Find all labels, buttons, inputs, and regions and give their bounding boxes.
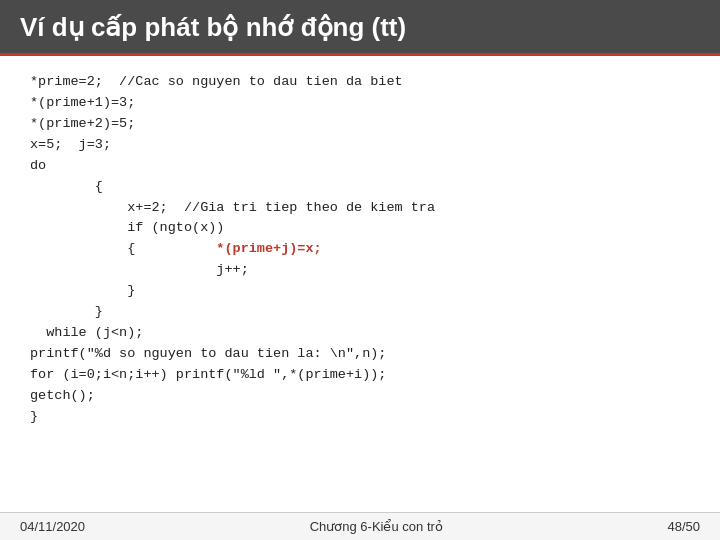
code-line-2: *(prime+1)=3; xyxy=(30,95,135,110)
code-line-14: printf("%d so nguyen to dau tien la: \n"… xyxy=(30,346,386,361)
code-line-4: x=5; j=3; xyxy=(30,137,111,152)
code-line-16: getch(); xyxy=(30,388,95,403)
code-line-7: x+=2; //Gia tri tiep theo de kiem tra xyxy=(30,200,435,215)
code-line-5: do xyxy=(30,158,46,173)
code-line-12: } xyxy=(30,304,103,319)
footer-date: 04/11/2020 xyxy=(20,519,85,534)
code-line-8: if (ngto(x)) xyxy=(30,220,224,235)
code-line-3: *(prime+2)=5; xyxy=(30,116,135,131)
footer-page: 48/50 xyxy=(667,519,700,534)
slide-title: Ví dụ cấp phát bộ nhớ động (tt) xyxy=(20,12,700,43)
code-line-10: j++; xyxy=(30,262,249,277)
code-line-6: { xyxy=(30,179,103,194)
code-line-15: for (i=0;i<n;i++) printf("%ld ",*(prime+… xyxy=(30,367,386,382)
code-block: *prime=2; //Cac so nguyen to dau tien da… xyxy=(30,72,690,428)
code-line-17: } xyxy=(30,409,38,424)
content-area: *prime=2; //Cac so nguyen to dau tien da… xyxy=(0,56,720,512)
footer-chapter: Chương 6-Kiểu con trỏ xyxy=(310,519,443,534)
footer: 04/11/2020 Chương 6-Kiểu con trỏ 48/50 xyxy=(0,512,720,540)
code-line-9: { *(prime+j)=x; xyxy=(30,241,322,256)
title-bar: Ví dụ cấp phát bộ nhớ động (tt) xyxy=(0,0,720,56)
code-line-11: } xyxy=(30,283,135,298)
code-line-13: while (j<n); xyxy=(30,325,143,340)
slide: Ví dụ cấp phát bộ nhớ động (tt) *prime=2… xyxy=(0,0,720,540)
code-line-1: *prime=2; //Cac so nguyen to dau tien da… xyxy=(30,74,403,89)
